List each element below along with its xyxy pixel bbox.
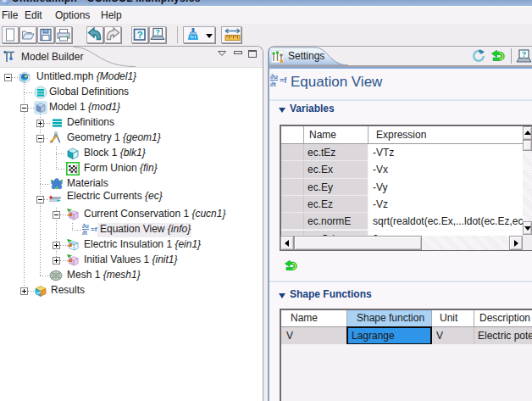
- svg-text:?: ?: [137, 30, 143, 40]
- svg-text:?: ?: [156, 28, 160, 36]
- svg-text:?: ?: [522, 50, 527, 58]
